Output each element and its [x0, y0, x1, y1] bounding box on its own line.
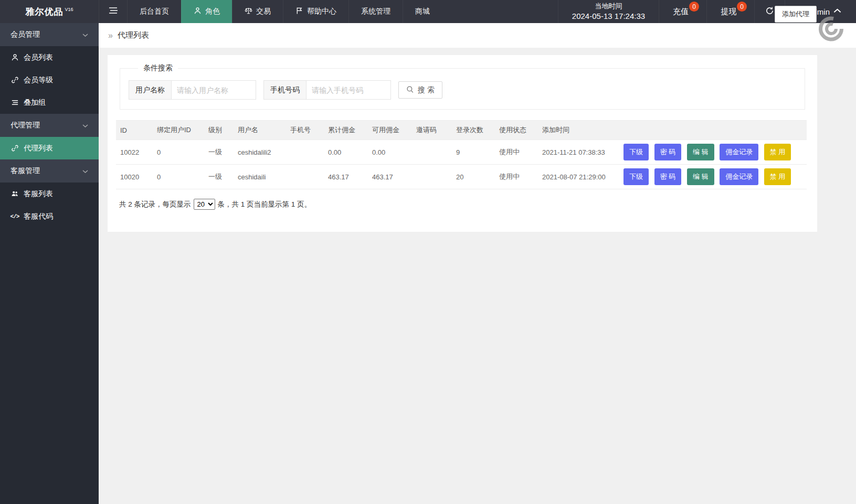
chevron-up-icon — [833, 7, 841, 16]
withdraw-badge: 0 — [737, 2, 747, 12]
nav-label: 交易 — [256, 7, 271, 16]
sidebar-group-label: 会员管理 — [10, 30, 40, 39]
disable-button[interactable]: 禁 用 — [764, 168, 791, 185]
table-row: 10020 0 一级 ceshidaili 463.17 463.17 20 使… — [116, 165, 807, 189]
cell-id: 10020 — [116, 165, 153, 189]
col-header-added-time: 添加时间 — [538, 121, 619, 140]
cell-login-count: 9 — [452, 140, 495, 165]
nav-label: 系统管理 — [361, 7, 390, 16]
content-card: 条件搜索 用户名称 手机号码 搜 索 ID 绑定用户ID — [108, 55, 817, 232]
search-row: 用户名称 手机号码 搜 索 — [129, 80, 805, 100]
sidebar: 会员管理 会员列表 会员等级 叠加组 代理管理 代理列表 客服管理 客服列表 <… — [0, 23, 99, 504]
edit-button[interactable]: 编 辑 — [687, 144, 714, 160]
cell-level: 一级 — [204, 140, 234, 165]
sidebar-item-service-list[interactable]: 客服列表 — [0, 183, 99, 205]
breadcrumb-arrows-icon: » — [108, 31, 113, 40]
sidebar-item-label: 叠加组 — [24, 98, 46, 108]
nav-item-trade[interactable]: 交易 — [232, 0, 283, 23]
cell-bind-user-id: 0 — [153, 165, 204, 189]
cell-actions: 下级 密 码 编 辑 佣金记录 禁 用 — [619, 140, 807, 165]
nav-label: 商城 — [415, 7, 430, 16]
cell-total-commission: 463.17 — [324, 165, 368, 189]
sidebar-item-member-level[interactable]: 会员等级 — [0, 69, 99, 91]
col-header-level: 级别 — [204, 121, 234, 140]
cell-invite-code — [412, 165, 452, 189]
edit-button[interactable]: 编 辑 — [687, 168, 714, 185]
list-icon — [10, 99, 19, 107]
username-input[interactable] — [171, 80, 256, 100]
sidebar-group-member-management[interactable]: 会员管理 — [0, 23, 99, 46]
password-button[interactable]: 密 码 — [654, 168, 682, 185]
disable-button[interactable]: 禁 用 — [764, 144, 791, 160]
col-header-phone: 手机号 — [286, 121, 324, 140]
sidebar-item-service-code[interactable]: </> 客服代码 — [0, 205, 99, 228]
sidebar-item-member-list[interactable]: 会员列表 — [0, 46, 99, 69]
search-fieldset: 条件搜索 用户名称 手机号码 搜 索 — [120, 63, 805, 110]
app-logo: 雅尔优品V16 — [0, 0, 99, 23]
withdraw-button[interactable]: 提现 0 — [706, 0, 754, 23]
nav-item-system[interactable]: 系统管理 — [348, 0, 403, 23]
cell-username: ceshidalili2 — [234, 140, 286, 165]
password-button[interactable]: 密 码 — [654, 144, 682, 160]
sidebar-item-label: 会员列表 — [24, 53, 53, 62]
recharge-button[interactable]: 充值 0 — [659, 0, 706, 23]
commission-record-button[interactable]: 佣金记录 — [720, 144, 758, 160]
cell-invite-code — [412, 140, 452, 165]
col-header-status: 使用状态 — [495, 121, 538, 140]
cell-available-commission: 0.00 — [368, 140, 412, 165]
col-header-login-count: 登录次数 — [452, 121, 495, 140]
search-button[interactable]: 搜 索 — [398, 81, 442, 99]
sidebar-item-label: 会员等级 — [24, 76, 53, 85]
status-badge: 使用中 — [495, 140, 538, 165]
sidebar-group-agent-management[interactable]: 代理管理 — [0, 114, 99, 137]
local-time-value: 2024-05-13 17:24:33 — [572, 11, 645, 22]
sidebar-item-stack-group[interactable]: 叠加组 — [0, 91, 99, 114]
chevron-down-icon — [82, 121, 88, 130]
nav-item-dashboard[interactable]: 后台首页 — [127, 0, 181, 23]
col-header-actions — [619, 121, 807, 140]
cell-login-count: 20 — [452, 165, 495, 189]
cell-available-commission: 463.17 — [368, 165, 412, 189]
nav-item-roles[interactable]: 角色 — [181, 0, 232, 23]
topbar: 雅尔优品V16 后台首页 角色 交易 帮助中心 系统管理 商城 当地时间 202… — [0, 0, 856, 23]
link-icon — [10, 76, 19, 84]
phone-input[interactable] — [306, 80, 391, 100]
search-button-label: 搜 索 — [418, 85, 435, 95]
pagination-text-before: 共 2 条记录，每页显示 — [119, 200, 191, 209]
page-size-select[interactable]: 20 — [194, 199, 215, 210]
app-logo-text: 雅尔优品 — [25, 6, 63, 18]
commission-record-button[interactable]: 佣金记录 — [720, 168, 758, 185]
cell-phone — [286, 165, 324, 189]
search-legend: 条件搜索 — [138, 63, 178, 73]
cell-username: ceshidaili — [234, 165, 286, 189]
nav-item-help-center[interactable]: 帮助中心 — [283, 0, 348, 23]
subordinate-button[interactable]: 下级 — [623, 168, 649, 185]
col-header-invite-code: 邀请码 — [412, 121, 452, 140]
chevron-down-icon — [82, 30, 88, 39]
recharge-label: 充值 — [673, 7, 689, 17]
search-icon — [406, 85, 414, 95]
add-agent-button[interactable]: 添加代理 — [775, 6, 817, 23]
recharge-badge: 0 — [689, 2, 699, 12]
nav-label: 角色 — [205, 7, 220, 16]
col-header-id: ID — [116, 121, 153, 140]
flag-icon — [295, 7, 303, 16]
cell-bind-user-id: 0 — [153, 140, 204, 165]
sidebar-toggle-button[interactable] — [99, 0, 127, 23]
subordinate-button[interactable]: 下级 — [623, 144, 649, 160]
nav-item-mall[interactable]: 商城 — [403, 0, 442, 23]
page-title: 代理列表 — [118, 30, 149, 40]
sidebar-item-label: 客服代码 — [24, 212, 53, 221]
table-header-row: ID 绑定用户ID 级别 用户名 手机号 累计佣金 可用佣金 邀请码 登录次数 … — [116, 121, 807, 140]
sidebar-item-agent-list[interactable]: 代理列表 — [0, 137, 99, 159]
chevron-down-icon — [82, 167, 88, 175]
col-header-total-commission: 累计佣金 — [324, 121, 368, 140]
withdraw-label: 提现 — [721, 7, 736, 17]
person-icon — [194, 7, 202, 16]
nav-label: 后台首页 — [140, 7, 169, 16]
breadcrumb-bar: » 代理列表 — [99, 23, 856, 48]
nav-label: 帮助中心 — [307, 7, 336, 16]
sidebar-group-service-management[interactable]: 客服管理 — [0, 159, 99, 183]
phone-label: 手机号码 — [263, 80, 306, 100]
app-version: V16 — [65, 7, 73, 12]
